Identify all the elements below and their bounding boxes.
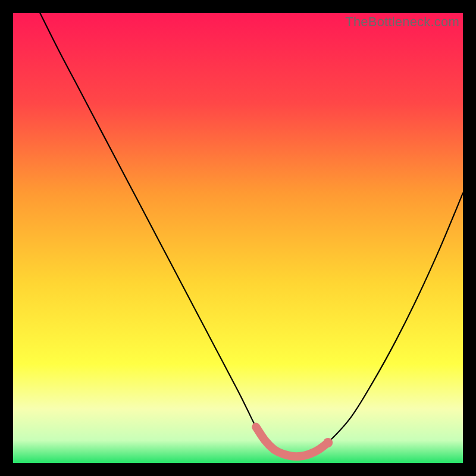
plateau-end-marker [323, 438, 333, 447]
watermark-text: TheBottleneck.com [345, 14, 459, 30]
gradient-background [13, 13, 463, 463]
bottleneck-chart [13, 13, 463, 463]
chart-frame: TheBottleneck.com [13, 13, 463, 463]
